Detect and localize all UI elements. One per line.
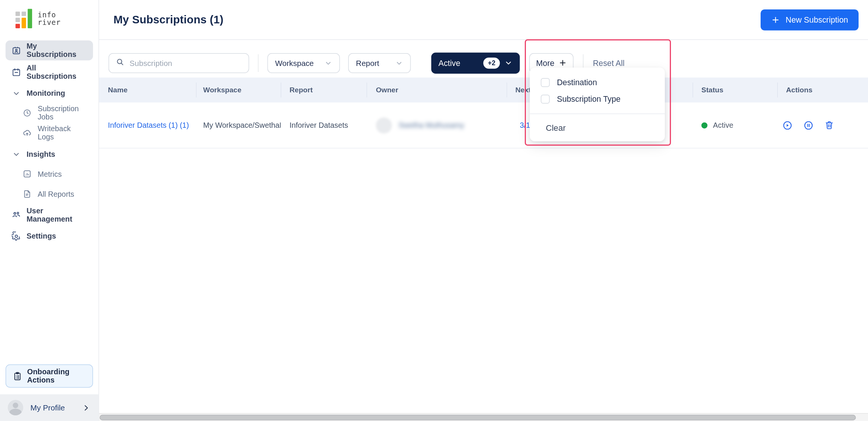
search-icon (116, 57, 125, 68)
cell-owner: Swetha Muthusamy (367, 103, 507, 148)
my-profile-row[interactable]: My Profile (0, 394, 99, 421)
sidebar-item-insights[interactable]: Insights (6, 145, 93, 164)
subscription-type-label: Subscription Type (557, 95, 620, 104)
cloud-upload-icon (22, 129, 32, 138)
inforiver-logo-icon (15, 9, 33, 28)
horizontal-scrollbar[interactable] (99, 413, 868, 421)
sidebar-item-label: Subscription Jobs (38, 105, 87, 121)
sidebar-item-my-subscriptions[interactable]: My Subscriptions (6, 40, 93, 60)
sidebar-nav: My Subscriptions All Subscriptions Monit… (0, 35, 99, 245)
column-header-name[interactable]: Name (99, 78, 196, 103)
page-title: My Subscriptions (1) (113, 13, 223, 26)
chevron-right-icon[interactable] (82, 403, 90, 412)
sidebar-item-subscription-jobs[interactable]: Subscription Jobs (6, 104, 93, 122)
sidebar-item-settings[interactable]: Settings (6, 227, 93, 245)
table-row: Inforiver Datasets (1) (1) My Workspace/… (99, 103, 868, 148)
subscription-search[interactable] (108, 53, 249, 73)
bar-chart-icon (22, 170, 32, 179)
column-header-owner[interactable]: Owner (367, 78, 507, 103)
sidebar-item-label: Metrics (38, 170, 62, 178)
sidebar-item-monitoring[interactable]: Monitoring (6, 84, 93, 103)
sidebar-item-label: Settings (27, 232, 56, 240)
trash-icon[interactable] (824, 120, 834, 130)
chevron-down-icon (324, 59, 332, 67)
column-header-workspace[interactable]: Workspace (196, 78, 281, 103)
clipboard-list-icon (13, 371, 22, 381)
calendar-icon (11, 67, 21, 77)
chevron-down-icon (11, 150, 21, 158)
subscriptions-table: Name Workspace Report Owner Next Status … (99, 78, 868, 148)
table-header: Name Workspace Report Owner Next Status … (99, 78, 868, 103)
status-text: Active (713, 121, 734, 129)
sidebar-item-label: Monitoring (27, 89, 65, 97)
filter-bar: Workspace Report Active +2 More (99, 40, 868, 78)
users-icon (11, 210, 21, 220)
next-run-link[interactable]: 3/1 (520, 121, 530, 129)
onboarding-actions-button[interactable]: Onboarding Actions (6, 364, 93, 388)
cell-report: Inforiver Datasets (281, 103, 367, 148)
status-filter-count-badge: +2 (483, 57, 500, 68)
cell-name: Inforiver Datasets (1) (1) (99, 103, 196, 148)
column-header-report[interactable]: Report (281, 78, 367, 103)
scrollbar-thumb[interactable] (99, 415, 856, 421)
divider (258, 54, 258, 72)
sidebar-item-label: User Management (27, 207, 88, 223)
workspace-dropdown-label: Workspace (275, 58, 314, 67)
avatar (8, 400, 23, 415)
column-header-status[interactable]: Status (692, 78, 777, 103)
destination-checkbox[interactable] (541, 78, 550, 87)
report-dropdown-label: Report (356, 58, 379, 67)
more-filters-popup: Destination Subscription Type Clear (530, 67, 665, 141)
owner-name-blurred: Swetha Muthusamy (399, 121, 464, 129)
status-filter-dropdown[interactable]: Active +2 (431, 52, 520, 73)
sidebar-bottom: Onboarding Actions My Profile (0, 364, 99, 421)
plus-icon (558, 59, 567, 67)
cell-workspace: My Workspace/SwethaM (196, 103, 281, 148)
sidebar-item-all-reports[interactable]: All Reports (6, 184, 93, 203)
sidebar-item-label: Writeback Logs (38, 125, 87, 141)
clear-button[interactable]: Clear (530, 114, 665, 141)
sidebar-item-label: All Subscriptions (27, 64, 88, 80)
new-subscription-button[interactable]: New Subscription (761, 9, 859, 30)
play-circle-icon[interactable] (782, 120, 793, 130)
cell-actions (777, 103, 868, 148)
popup-option-subscription-type[interactable]: Subscription Type (530, 91, 665, 107)
id-badge-icon (11, 46, 21, 55)
status-filter-label: Active (439, 58, 460, 67)
column-header-actions[interactable]: Actions (777, 78, 868, 103)
report-dropdown[interactable]: Report (348, 53, 411, 73)
status-dot-icon (701, 122, 708, 128)
owner-avatar (376, 117, 392, 133)
popup-option-destination[interactable]: Destination (530, 74, 665, 91)
main-content: My Subscriptions (1) New Subscription Wo… (99, 0, 868, 421)
sidebar-item-all-subscriptions[interactable]: All Subscriptions (6, 63, 93, 81)
plus-icon (771, 15, 780, 24)
sidebar-item-user-management[interactable]: User Management (6, 205, 93, 224)
pause-circle-icon[interactable] (803, 120, 814, 130)
sidebar-item-metrics[interactable]: Metrics (6, 164, 93, 183)
clock-icon (22, 109, 32, 118)
new-subscription-label: New Subscription (785, 15, 848, 24)
sidebar-item-label: My Subscriptions (27, 42, 88, 59)
workspace-dropdown[interactable]: Workspace (267, 53, 340, 73)
chevron-down-icon (504, 59, 513, 67)
sidebar-item-label: Insights (27, 150, 55, 158)
subscription-type-checkbox[interactable] (541, 95, 550, 104)
my-profile-label: My Profile (31, 403, 65, 412)
onboarding-actions-label: Onboarding Actions (27, 368, 86, 384)
search-input[interactable] (130, 58, 242, 67)
chevron-down-icon (11, 89, 21, 97)
sidebar: info river My Subscriptions All Subscrip… (0, 0, 99, 421)
sidebar-item-writeback-logs[interactable]: Writeback Logs (6, 124, 93, 142)
sidebar-item-label: All Reports (38, 190, 74, 198)
more-filters-label: More (536, 58, 555, 67)
chevron-down-icon (395, 59, 403, 67)
gear-icon (11, 231, 21, 240)
subscription-name-link[interactable]: Inforiver Datasets (1) (1) (108, 121, 189, 129)
brand-logo: info river (0, 0, 99, 35)
topbar: My Subscriptions (1) New Subscription (99, 0, 868, 40)
brand-name: info river (38, 11, 61, 26)
document-icon (22, 190, 32, 199)
cell-status: Active (692, 103, 777, 148)
app-window: info river My Subscriptions All Subscrip… (0, 0, 868, 421)
